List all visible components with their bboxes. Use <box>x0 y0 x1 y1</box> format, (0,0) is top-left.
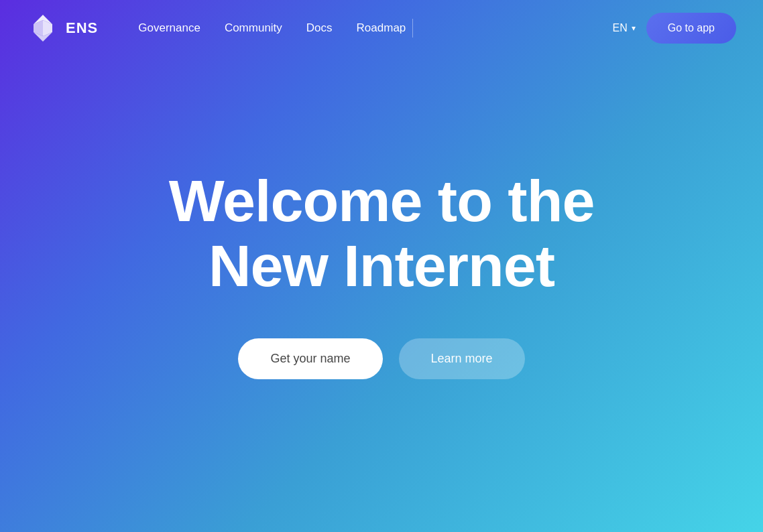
hero-title-line2: New Internet <box>209 232 554 299</box>
chevron-down-icon: ▾ <box>632 23 636 33</box>
roadmap-link[interactable]: Roadmap <box>357 21 406 35</box>
nav-right: EN ▾ Go to app <box>612 13 736 44</box>
language-selector[interactable]: EN ▾ <box>612 22 635 34</box>
docs-link[interactable]: Docs <box>306 21 333 35</box>
community-link[interactable]: Community <box>225 21 282 35</box>
go-to-app-button[interactable]: Go to app <box>646 13 736 44</box>
hero-title: Welcome to the New Internet <box>169 169 595 299</box>
ens-logo-icon <box>27 12 59 44</box>
get-your-name-button[interactable]: Get your name <box>238 338 382 379</box>
logo-area[interactable]: ENS <box>27 12 98 44</box>
governance-link[interactable]: Governance <box>138 21 200 35</box>
nav-links: Governance Community Docs Roadmap <box>138 21 406 35</box>
nav-divider <box>412 19 413 38</box>
hero-title-line1: Welcome to the <box>169 168 595 234</box>
hero-section: Welcome to the New Internet Get your nam… <box>0 56 763 532</box>
page-wrapper: ENS Governance Community Docs Roadmap EN… <box>0 0 763 532</box>
navbar: ENS Governance Community Docs Roadmap EN… <box>0 0 763 56</box>
logo-text: ENS <box>66 19 98 37</box>
language-current: EN <box>612 22 627 34</box>
hero-buttons: Get your name Learn more <box>238 338 524 379</box>
learn-more-button[interactable]: Learn more <box>399 338 525 379</box>
